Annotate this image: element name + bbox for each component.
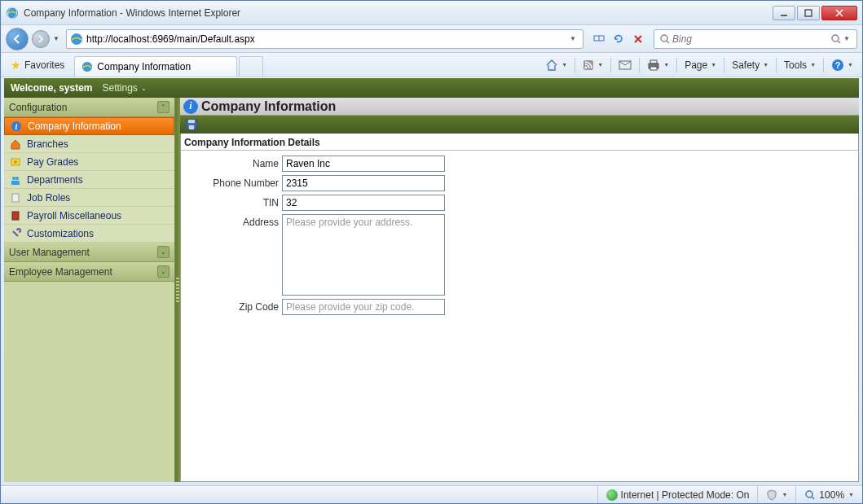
- svg-line-12: [667, 41, 669, 43]
- chevron-down-icon: ▼: [810, 62, 816, 68]
- close-button[interactable]: [821, 6, 857, 20]
- sidebar-item-payroll-misc[interactable]: Payroll Miscellaneous: [4, 207, 174, 225]
- accordion-header-configuration[interactable]: Configuration ⌃: [4, 98, 174, 117]
- sidebar-item-label: Customizations: [27, 228, 94, 239]
- help-button[interactable]: ? ▼: [827, 56, 857, 74]
- phone-input[interactable]: [282, 175, 445, 191]
- main-content: i Company Information Company Informatio…: [180, 98, 859, 482]
- sidebar-item-label: Job Roles: [27, 192, 70, 204]
- search-input[interactable]: [672, 33, 829, 45]
- page-menu[interactable]: Page ▼: [680, 57, 720, 73]
- address-bar: ▼: [66, 29, 583, 49]
- svg-rect-19: [650, 60, 657, 64]
- sidebar-item-job-roles[interactable]: Job Roles: [4, 189, 174, 207]
- zip-input[interactable]: [282, 299, 445, 315]
- home-button[interactable]: ▼: [541, 56, 571, 74]
- section-header: Company Information Details: [181, 134, 858, 151]
- settings-menu[interactable]: Settings ⌄: [103, 82, 147, 94]
- chevron-down-icon: ▼: [711, 62, 716, 68]
- money-icon: [9, 156, 22, 169]
- svg-point-28: [12, 177, 15, 180]
- svg-point-36: [806, 491, 812, 497]
- nav-history-dropdown[interactable]: ▼: [53, 35, 63, 42]
- sidebar-item-label: Company Information: [28, 121, 121, 132]
- read-mail-button[interactable]: [614, 58, 636, 72]
- feeds-button[interactable]: ▼: [579, 57, 607, 73]
- sidebar-item-customizations[interactable]: Customizations: [4, 225, 174, 243]
- favorites-button[interactable]: ★ Favorites: [4, 53, 71, 77]
- label-tin: TIN: [184, 195, 282, 208]
- svg-line-14: [838, 41, 840, 43]
- accordion-header-user-management[interactable]: User Management ⌄: [4, 243, 174, 262]
- star-icon: ★: [11, 59, 21, 72]
- content-panel: Company Information Details Name Phone N…: [180, 134, 859, 482]
- statusbar: Internet | Protected Mode: On ▼ 100% ▼: [1, 485, 862, 503]
- sidebar-item-label: Branches: [27, 138, 68, 150]
- save-button[interactable]: [185, 118, 198, 131]
- document-icon: [9, 191, 22, 204]
- zoom-icon: [804, 489, 816, 501]
- page-viewport: Welcome, system Settings ⌄ Configuration…: [4, 77, 859, 482]
- sidebar-item-label: Payroll Miscellaneous: [27, 210, 121, 221]
- svg-text:?: ?: [835, 60, 841, 70]
- sidebar-item-company-information[interactable]: i Company Information: [4, 117, 174, 135]
- compat-view-button[interactable]: [590, 30, 608, 48]
- chevron-down-icon: ⌄: [157, 265, 170, 278]
- label-address: Address: [184, 214, 282, 228]
- new-tab-button[interactable]: [239, 56, 263, 77]
- svg-point-29: [15, 177, 19, 180]
- refresh-button[interactable]: [610, 30, 627, 48]
- info-icon: i: [183, 99, 198, 114]
- chevron-down-icon: ▼: [848, 62, 853, 68]
- svg-point-27: [14, 160, 17, 164]
- address-input[interactable]: [282, 214, 445, 296]
- wrench-icon: [9, 227, 22, 240]
- svg-rect-3: [805, 10, 812, 16]
- address-input[interactable]: [86, 33, 570, 45]
- label-zip: Zip Code: [184, 299, 282, 313]
- page-icon: [70, 33, 83, 46]
- sidebar-item-pay-grades[interactable]: Pay Grades: [4, 153, 174, 171]
- tools-menu[interactable]: Tools ▼: [780, 57, 820, 73]
- forward-button[interactable]: [32, 30, 50, 48]
- ie-icon: [6, 7, 19, 20]
- search-provider-icon[interactable]: [658, 32, 672, 46]
- sidebar-item-label: Pay Grades: [27, 156, 78, 168]
- stop-button[interactable]: [629, 30, 647, 48]
- svg-point-17: [585, 66, 588, 68]
- chevron-down-icon: ▼: [597, 62, 603, 68]
- sidebar-item-branches[interactable]: Branches: [4, 135, 174, 153]
- book-icon: [9, 209, 22, 222]
- sidebar-item-departments[interactable]: Departments: [4, 171, 174, 189]
- svg-point-11: [661, 35, 667, 42]
- chevron-down-icon: ▼: [561, 62, 567, 68]
- accordion-header-employee-management[interactable]: Employee Management ⌄: [4, 262, 174, 282]
- maximize-button[interactable]: [797, 6, 820, 20]
- status-zone[interactable]: Internet | Protected Mode: On: [597, 486, 758, 503]
- address-dropdown[interactable]: ▼: [570, 35, 579, 42]
- minimize-button[interactable]: [773, 6, 795, 20]
- chevron-up-icon: ⌃: [157, 101, 170, 113]
- name-input[interactable]: [282, 156, 445, 172]
- zoom-control[interactable]: 100% ▼: [795, 486, 862, 503]
- print-button[interactable]: ▼: [643, 57, 673, 73]
- svg-rect-35: [189, 125, 194, 129]
- tin-input[interactable]: [282, 195, 445, 211]
- tab-label: Company Information: [97, 61, 191, 72]
- info-icon: i: [10, 120, 23, 133]
- back-button[interactable]: [6, 28, 29, 50]
- svg-rect-32: [12, 212, 19, 220]
- search-go-button[interactable]: [829, 32, 843, 46]
- svg-rect-34: [188, 120, 195, 123]
- browser-tab[interactable]: Company Information: [74, 56, 237, 77]
- welcome-text: Welcome, system: [11, 82, 93, 94]
- safety-menu[interactable]: Safety ▼: [728, 57, 773, 73]
- form: Name Phone Number TIN Address: [181, 151, 858, 323]
- status-protected-toggle[interactable]: ▼: [757, 486, 795, 503]
- shield-icon: [766, 489, 777, 501]
- app-topbar: Welcome, system Settings ⌄: [4, 78, 859, 98]
- page-title-bar: i Company Information: [180, 98, 859, 116]
- chevron-down-icon: ▼: [763, 62, 768, 68]
- globe-icon: [606, 489, 618, 501]
- search-dropdown[interactable]: ▼: [843, 35, 853, 42]
